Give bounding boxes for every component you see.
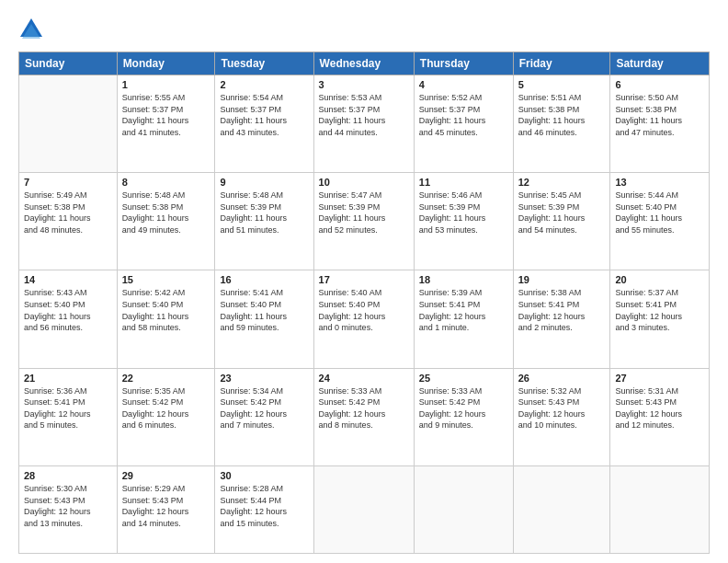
week-row-3: 14Sunrise: 5:43 AMSunset: 5:40 PMDayligh… — [19, 270, 710, 368]
week-row-2: 7Sunrise: 5:49 AMSunset: 5:38 PMDaylight… — [19, 173, 710, 270]
day-number: 5 — [518, 79, 606, 90]
day-number: 3 — [319, 79, 409, 90]
day-info: Sunrise: 5:42 AMSunset: 5:40 PMDaylight:… — [122, 287, 210, 333]
day-number: 4 — [419, 79, 508, 90]
logo-icon — [18, 17, 44, 42]
day-info: Sunrise: 5:48 AMSunset: 5:39 PMDaylight:… — [220, 190, 308, 236]
calendar-cell: 20Sunrise: 5:37 AMSunset: 5:41 PMDayligh… — [610, 270, 710, 368]
day-info: Sunrise: 5:49 AMSunset: 5:38 PMDaylight:… — [24, 190, 112, 236]
calendar-cell: 23Sunrise: 5:34 AMSunset: 5:42 PMDayligh… — [215, 368, 313, 465]
day-number: 21 — [24, 373, 112, 384]
logo — [18, 17, 48, 42]
day-info: Sunrise: 5:34 AMSunset: 5:42 PMDaylight:… — [220, 385, 308, 431]
day-number: 7 — [24, 177, 112, 188]
weekday-header-thursday: Thursday — [414, 52, 513, 75]
day-info: Sunrise: 5:36 AMSunset: 5:41 PMDaylight:… — [24, 385, 112, 431]
day-info: Sunrise: 5:43 AMSunset: 5:40 PMDaylight:… — [24, 287, 112, 333]
day-info: Sunrise: 5:50 AMSunset: 5:38 PMDaylight:… — [615, 92, 704, 138]
calendar-cell: 2Sunrise: 5:54 AMSunset: 5:37 PMDaylight… — [215, 75, 313, 173]
day-info: Sunrise: 5:47 AMSunset: 5:39 PMDaylight:… — [319, 190, 409, 236]
day-number: 14 — [24, 274, 112, 285]
day-info: Sunrise: 5:54 AMSunset: 5:37 PMDaylight:… — [220, 92, 308, 138]
calendar-cell: 12Sunrise: 5:45 AMSunset: 5:39 PMDayligh… — [513, 173, 610, 270]
calendar-cell — [313, 465, 414, 553]
day-number: 9 — [220, 177, 308, 188]
day-info: Sunrise: 5:41 AMSunset: 5:40 PMDaylight:… — [220, 287, 308, 333]
weekday-header-saturday: Saturday — [610, 52, 710, 75]
day-info: Sunrise: 5:31 AMSunset: 5:43 PMDaylight:… — [615, 385, 704, 431]
day-number: 30 — [220, 470, 308, 481]
day-info: Sunrise: 5:48 AMSunset: 5:38 PMDaylight:… — [122, 190, 210, 236]
calendar-cell: 18Sunrise: 5:39 AMSunset: 5:41 PMDayligh… — [414, 270, 513, 368]
day-number: 26 — [518, 373, 606, 384]
week-row-5: 28Sunrise: 5:30 AMSunset: 5:43 PMDayligh… — [19, 465, 710, 553]
page: SundayMondayTuesdayWednesdayThursdayFrid… — [0, 0, 728, 563]
day-number: 28 — [24, 470, 112, 481]
calendar-cell: 4Sunrise: 5:52 AMSunset: 5:37 PMDaylight… — [414, 75, 513, 173]
weekday-header-row: SundayMondayTuesdayWednesdayThursdayFrid… — [19, 52, 710, 75]
calendar-cell — [19, 75, 118, 173]
day-info: Sunrise: 5:51 AMSunset: 5:38 PMDaylight:… — [518, 92, 606, 138]
day-info: Sunrise: 5:33 AMSunset: 5:42 PMDaylight:… — [319, 385, 409, 431]
day-info: Sunrise: 5:28 AMSunset: 5:44 PMDaylight:… — [220, 483, 308, 529]
day-number: 29 — [122, 470, 210, 481]
day-number: 10 — [319, 177, 409, 188]
day-info: Sunrise: 5:32 AMSunset: 5:43 PMDaylight:… — [518, 385, 606, 431]
calendar-cell: 8Sunrise: 5:48 AMSunset: 5:38 PMDaylight… — [117, 173, 215, 270]
calendar-cell: 13Sunrise: 5:44 AMSunset: 5:40 PMDayligh… — [610, 173, 710, 270]
calendar-cell: 30Sunrise: 5:28 AMSunset: 5:44 PMDayligh… — [215, 465, 313, 553]
day-number: 19 — [518, 274, 606, 285]
day-number: 27 — [615, 373, 704, 384]
calendar-cell: 27Sunrise: 5:31 AMSunset: 5:43 PMDayligh… — [610, 368, 710, 465]
day-info: Sunrise: 5:35 AMSunset: 5:42 PMDaylight:… — [122, 385, 210, 431]
weekday-header-wednesday: Wednesday — [313, 52, 414, 75]
weekday-header-sunday: Sunday — [19, 52, 118, 75]
day-number: 1 — [122, 79, 210, 90]
calendar-cell: 10Sunrise: 5:47 AMSunset: 5:39 PMDayligh… — [313, 173, 414, 270]
calendar-cell: 5Sunrise: 5:51 AMSunset: 5:38 PMDaylight… — [513, 75, 610, 173]
calendar-cell: 22Sunrise: 5:35 AMSunset: 5:42 PMDayligh… — [117, 368, 215, 465]
day-number: 25 — [419, 373, 508, 384]
day-number: 20 — [615, 274, 704, 285]
day-number: 13 — [615, 177, 704, 188]
calendar-cell: 9Sunrise: 5:48 AMSunset: 5:39 PMDaylight… — [215, 173, 313, 270]
calendar-cell: 15Sunrise: 5:42 AMSunset: 5:40 PMDayligh… — [117, 270, 215, 368]
calendar-cell: 21Sunrise: 5:36 AMSunset: 5:41 PMDayligh… — [19, 368, 118, 465]
day-info: Sunrise: 5:40 AMSunset: 5:40 PMDaylight:… — [319, 287, 409, 333]
day-number: 8 — [122, 177, 210, 188]
day-info: Sunrise: 5:30 AMSunset: 5:43 PMDaylight:… — [24, 483, 112, 529]
weekday-header-tuesday: Tuesday — [215, 52, 313, 75]
day-number: 22 — [122, 373, 210, 384]
calendar-cell: 29Sunrise: 5:29 AMSunset: 5:43 PMDayligh… — [117, 465, 215, 553]
calendar-cell: 25Sunrise: 5:33 AMSunset: 5:42 PMDayligh… — [414, 368, 513, 465]
calendar-cell: 24Sunrise: 5:33 AMSunset: 5:42 PMDayligh… — [313, 368, 414, 465]
calendar-cell — [513, 465, 610, 553]
calendar-cell: 14Sunrise: 5:43 AMSunset: 5:40 PMDayligh… — [19, 270, 118, 368]
day-info: Sunrise: 5:46 AMSunset: 5:39 PMDaylight:… — [419, 190, 508, 236]
week-row-4: 21Sunrise: 5:36 AMSunset: 5:41 PMDayligh… — [19, 368, 710, 465]
calendar: SundayMondayTuesdayWednesdayThursdayFrid… — [18, 52, 710, 554]
calendar-cell: 1Sunrise: 5:55 AMSunset: 5:37 PMDaylight… — [117, 75, 215, 173]
calendar-cell: 11Sunrise: 5:46 AMSunset: 5:39 PMDayligh… — [414, 173, 513, 270]
day-info: Sunrise: 5:33 AMSunset: 5:42 PMDaylight:… — [419, 385, 508, 431]
day-number: 23 — [220, 373, 308, 384]
calendar-cell — [610, 465, 710, 553]
weekday-header-friday: Friday — [513, 52, 610, 75]
calendar-cell: 7Sunrise: 5:49 AMSunset: 5:38 PMDaylight… — [19, 173, 118, 270]
day-info: Sunrise: 5:53 AMSunset: 5:37 PMDaylight:… — [319, 92, 409, 138]
day-info: Sunrise: 5:45 AMSunset: 5:39 PMDaylight:… — [518, 190, 606, 236]
header — [18, 17, 710, 42]
calendar-cell: 19Sunrise: 5:38 AMSunset: 5:41 PMDayligh… — [513, 270, 610, 368]
day-info: Sunrise: 5:39 AMSunset: 5:41 PMDaylight:… — [419, 287, 508, 333]
day-number: 24 — [319, 373, 409, 384]
day-info: Sunrise: 5:38 AMSunset: 5:41 PMDaylight:… — [518, 287, 606, 333]
day-number: 17 — [319, 274, 409, 285]
calendar-cell: 6Sunrise: 5:50 AMSunset: 5:38 PMDaylight… — [610, 75, 710, 173]
day-number: 2 — [220, 79, 308, 90]
calendar-cell: 17Sunrise: 5:40 AMSunset: 5:40 PMDayligh… — [313, 270, 414, 368]
day-number: 11 — [419, 177, 508, 188]
day-number: 16 — [220, 274, 308, 285]
day-number: 6 — [615, 79, 704, 90]
calendar-cell: 16Sunrise: 5:41 AMSunset: 5:40 PMDayligh… — [215, 270, 313, 368]
day-info: Sunrise: 5:52 AMSunset: 5:37 PMDaylight:… — [419, 92, 508, 138]
